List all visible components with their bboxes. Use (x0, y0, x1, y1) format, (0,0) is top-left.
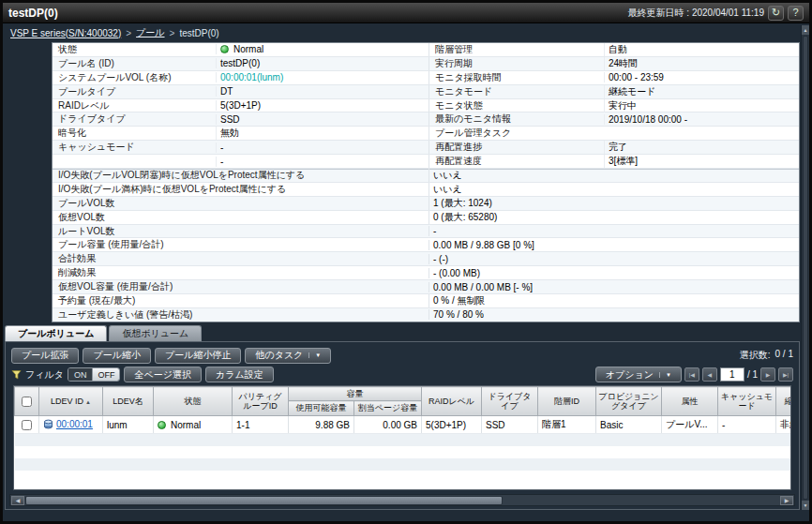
breadcrumb-separator: > (170, 28, 175, 38)
pool-volumes-table-container: LDEV ID▲LDEV名状態パリティグループID容量RAIDレベルドライブタイ… (13, 385, 791, 490)
header-row: LDEV ID▲LDEV名状態パリティグループID容量RAIDレベルドライブタイ… (15, 387, 792, 401)
property-label: I/O失敗(プールVOL閉塞)時に仮想VOLをProtect属性にする (53, 169, 429, 182)
property-value: testDP(0) (216, 58, 429, 68)
column-header[interactable]: 割当ページ容量 (354, 401, 422, 416)
column-header[interactable]: LDEV名 (103, 387, 154, 416)
property-value: - (216, 142, 429, 153)
selection-count: 選択数: 0 / 1 (740, 349, 793, 362)
toolbar-button[interactable]: プール縮小 (83, 348, 150, 364)
horizontal-scrollbar[interactable]: ◀ ▶ (9, 494, 795, 506)
filter-off-button[interactable]: OFF (92, 368, 119, 381)
toolbar-button[interactable]: プール拡張 (11, 348, 79, 364)
cell-usable_capacity: 9.88 GB (289, 416, 354, 434)
empty-row (15, 471, 792, 483)
column-header[interactable]: 使用可能容量 (289, 401, 354, 416)
prev-page-button[interactable]: ◀ (702, 367, 717, 382)
property-value: 完了 (604, 141, 799, 154)
last-page-button[interactable]: ▶| (778, 367, 793, 382)
breadcrumb-link-pools[interactable]: プール (136, 26, 164, 39)
property-value: いいえ (429, 183, 799, 196)
breadcrumb-link-system[interactable]: VSP E series(S/N:400032) (10, 28, 121, 38)
filter-label: フィルタ (25, 368, 64, 382)
column-header[interactable]: ドライブタイプ (482, 387, 538, 416)
property-row: プールタイプDTモニタモード継続モード (53, 85, 799, 99)
column-header[interactable]: キャッシュモード (718, 387, 776, 416)
column-header[interactable]: 階層ID (538, 387, 596, 416)
property-label: プール管理タスク (429, 127, 604, 140)
help-button[interactable]: ? (788, 6, 804, 21)
filter-toggle: ON OFF (68, 367, 121, 382)
tab-bar: プールボリューム仮想ボリューム (5, 324, 202, 341)
property-value: 継続モード (604, 85, 799, 98)
page-number-input[interactable] (720, 367, 744, 382)
filter-on-button[interactable]: ON (68, 368, 93, 381)
property-value: Normal (216, 44, 429, 54)
property-row: I/O失敗(プールVOL閉塞)時に仮想VOLをProtect属性にするいいえ (53, 169, 799, 183)
scroll-left-icon[interactable]: ◀ (11, 496, 24, 505)
first-page-button[interactable]: |◀ (684, 367, 699, 382)
column-header[interactable]: LDEV ID▲ (39, 387, 103, 416)
property-value: 0.00 MB / 9.88 GB [0 %] (429, 240, 799, 250)
pool-volumes-panel: プール拡張プール縮小プール縮小停止 他のタスク ▼ 選択数: 0 / 1 フィル… (5, 341, 800, 510)
property-label: 状態 (53, 43, 216, 56)
cell-shrinkable: 非縮... (776, 416, 792, 434)
property-row: RAIDレベル5(3D+1P)モニタ状態実行中 (53, 99, 799, 113)
property-label: キャッシュモード (53, 141, 216, 154)
chevron-down-icon: ▼ (308, 352, 321, 358)
property-label: モニタ採取時間 (429, 71, 604, 84)
vertical-scrollbar-thumb[interactable] (803, 36, 808, 500)
property-value: 1 (最大: 1024) (429, 197, 799, 210)
select-all-header (15, 387, 39, 416)
horizontal-scrollbar-thumb[interactable] (25, 496, 503, 505)
refresh-button[interactable]: ↻ (768, 6, 784, 21)
cell-ldev_name: lunm (103, 416, 154, 434)
property-row: -再配置速度3[標準] (53, 155, 799, 169)
property-label: 予約量 (現在/最大) (53, 294, 429, 307)
property-label: ドライブタイプ (53, 112, 216, 126)
tab-item[interactable]: プールボリューム (5, 325, 107, 341)
options-button[interactable]: オプション ▼ (595, 367, 682, 382)
column-header[interactable]: 縮小... (776, 387, 792, 416)
column-header[interactable]: 属性 (662, 387, 718, 416)
tab-item[interactable]: 仮想ボリューム (109, 325, 202, 341)
property-label: モニタモード (429, 85, 604, 98)
scroll-down-icon[interactable]: ▼ (802, 501, 809, 510)
empty-cell (15, 446, 792, 458)
property-label: 仮想VOL数 (53, 211, 429, 224)
selection-count-label: 選択数: (740, 349, 771, 362)
options-label: オプション (606, 368, 654, 382)
status-normal-icon (158, 421, 166, 429)
select-all-pages-button[interactable]: 全ページ選択 (124, 367, 201, 382)
property-value[interactable]: 00:00:01(lunm) (216, 72, 429, 82)
cell-drive_type: SSD (482, 416, 538, 434)
toolbar: プール拡張プール縮小プール縮小停止 他のタスク ▼ 選択数: 0 / 1 (11, 347, 793, 364)
column-header[interactable]: RAIDレベル (422, 387, 482, 416)
column-settings-button[interactable]: カラム設定 (205, 367, 274, 382)
property-row: システムプールVOL (名称)00:00:01(lunm)モニタ採取時間00:0… (53, 71, 799, 85)
next-page-button[interactable]: ▶ (760, 367, 775, 382)
property-row: 暗号化無効プール管理タスク (53, 127, 799, 141)
empty-cell (15, 434, 792, 446)
column-header[interactable]: プロビジョニングタイプ (596, 387, 662, 416)
column-header[interactable]: 状態 (154, 387, 233, 416)
toolbar-button[interactable]: プール縮小停止 (155, 348, 241, 364)
property-row: I/O失敗(プール満杯)時に仮想VOLをProtect属性にするいいえ (53, 183, 799, 197)
row-checkbox[interactable] (22, 420, 32, 430)
column-header[interactable]: パリティグループID (233, 387, 289, 416)
property-row: 状態Normal階層管理自動 (53, 43, 799, 57)
scroll-up-icon[interactable]: ▲ (802, 25, 809, 35)
property-value: 5(3D+1P) (216, 100, 429, 111)
ldev-link[interactable]: 00:00:01 (56, 419, 93, 429)
property-row: プールVOL数1 (最大: 1024) (53, 197, 799, 211)
title-bar-right: 最終更新日時 : 2020/04/01 11:19 ↻ ? (628, 6, 804, 21)
title-bar: testDP(0) 最終更新日時 : 2020/04/01 11:19 ↻ ? (3, 3, 809, 23)
select-all-checkbox[interactable] (22, 397, 32, 407)
more-tasks-button[interactable]: 他のタスク ▼ (245, 348, 331, 364)
vertical-scrollbar[interactable]: ▲ ▼ (801, 25, 809, 510)
breadcrumb-separator: > (126, 28, 131, 38)
property-label: プール名 (ID) (53, 57, 216, 70)
cell-status: Normal (154, 416, 233, 434)
property-row: 仮想VOL数0 (最大: 65280) (53, 211, 799, 225)
scroll-right-icon[interactable]: ▶ (780, 496, 793, 505)
property-label: モニタ状態 (429, 99, 604, 112)
